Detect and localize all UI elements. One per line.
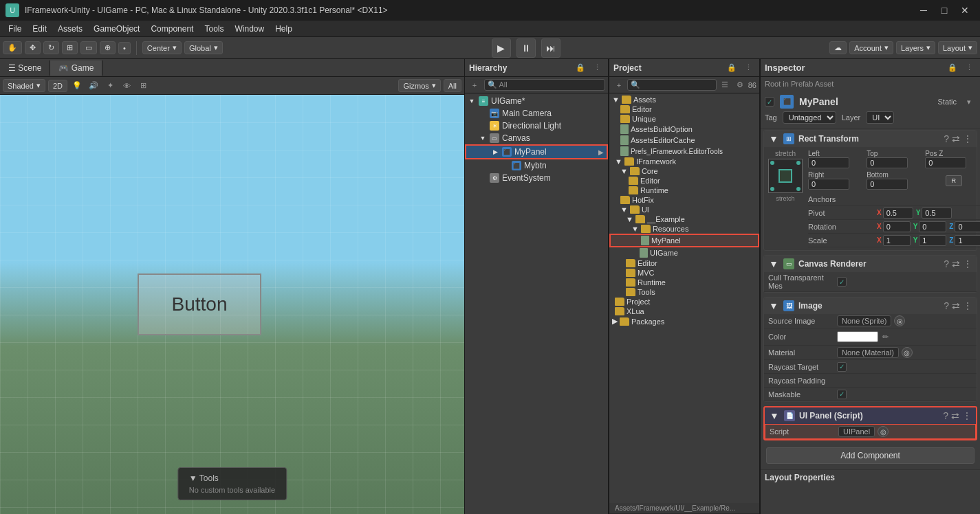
proj-core-runtime[interactable]: Runtime [609, 186, 759, 195]
hierarchy-search[interactable]: 🔍 All [488, 80, 508, 89]
menu-assets[interactable]: Assets [52, 23, 88, 35]
project-lock-btn[interactable]: 🔒 [725, 61, 739, 75]
hier-item-dirlight[interactable]: ☀ Directional Light [465, 120, 608, 132]
hier-item-mybtn[interactable]: ⬛ Mybtn [465, 159, 608, 172]
scale-tool[interactable]: ⊞ [62, 41, 78, 54]
gameobject-active-checkbox[interactable] [765, 97, 774, 107]
rect-transform-settings[interactable]: ⇄ [952, 133, 960, 144]
play-button[interactable]: ▶ [492, 38, 511, 58]
maximize-button[interactable]: □ [935, 1, 954, 20]
proj-unique[interactable]: Unique [609, 114, 759, 124]
effects-btn[interactable]: ✦ [103, 79, 117, 93]
gizmos-dropdown[interactable]: Gizmos ▾ [398, 79, 440, 92]
hier-item-uigame[interactable]: ▼ ≡ UIGame* [465, 95, 608, 107]
minimize-button[interactable]: ─ [914, 1, 933, 20]
layer-select[interactable]: UI [866, 111, 894, 124]
tag-select[interactable]: Untagged [783, 111, 836, 124]
proj-hotfix[interactable]: HotFix [609, 195, 759, 205]
close-button[interactable]: ✕ [955, 1, 974, 20]
project-settings-btn[interactable]: ⚙ [733, 78, 747, 92]
hier-item-canvas[interactable]: ▼ ▭ Canvas [465, 132, 608, 144]
hier-item-mypanel[interactable]: ▶ ⬛ MyPanel ▶ [465, 144, 608, 159]
material-picker[interactable]: ◎ [902, 347, 913, 358]
proj-project[interactable]: Project [609, 297, 759, 306]
transform-tool[interactable]: ⊕ [100, 41, 116, 54]
color-eyedropper[interactable]: ✏ [878, 330, 892, 344]
step-button[interactable]: ⏭ [541, 38, 560, 58]
scale-z-input[interactable] [955, 235, 980, 246]
canvas-renderer-settings[interactable]: ⇄ [952, 258, 960, 269]
proj-assetseditorcache[interactable]: AssetsEditorCache [609, 135, 759, 146]
hier-item-maincamera[interactable]: 📷 Main Camera [465, 107, 608, 120]
static-dropdown[interactable]: ▾ [962, 95, 976, 109]
canvas-renderer-menu[interactable]: ⋮ [963, 258, 972, 269]
cull-checkbox[interactable] [837, 277, 847, 287]
rot-z-input[interactable] [955, 221, 980, 232]
image-menu[interactable]: ⋮ [963, 300, 972, 311]
proj-mypanel[interactable]: MyPanel [609, 234, 759, 247]
project-view-btn[interactable]: ☰ [718, 78, 732, 92]
menu-tools[interactable]: Tools [199, 23, 229, 35]
2d-button[interactable]: 2D [48, 80, 67, 92]
ui-panel-script-header[interactable]: ▼ 📄 UI Panel (Script) ? ⇄ ⋮ [765, 407, 976, 424]
image-header[interactable]: ▼ 🖼 Image ? ⇄ ⋮ [764, 298, 977, 314]
hierarchy-add-btn[interactable]: + [468, 78, 481, 92]
proj-iframework[interactable]: ▼ IFramework [609, 157, 759, 166]
hidden-objects-btn[interactable]: 👁 [120, 79, 133, 93]
tab-scene[interactable]: ☰ Scene [0, 60, 50, 76]
color-swatch[interactable] [837, 331, 878, 342]
sound-btn[interactable]: 🔊 [87, 79, 100, 93]
dot-tool[interactable]: • [118, 42, 131, 54]
menu-edit[interactable]: Edit [27, 23, 52, 35]
proj-assets[interactable]: ▼ Assets [609, 95, 759, 104]
inspector-menu-btn[interactable]: ⋮ [962, 61, 976, 75]
lighting-btn[interactable]: 💡 [70, 79, 84, 93]
proj-prefs[interactable]: Prefs_IFramework.EditorTools [609, 146, 759, 157]
scene-viewport[interactable]: Button ▼ Tools No custom tools available [0, 95, 464, 514]
proj-xlua[interactable]: XLua [609, 306, 759, 316]
hier-item-eventsystem[interactable]: ⚙ EventSystem [465, 172, 608, 184]
rotate-tool[interactable]: ↻ [43, 41, 59, 54]
rt-right-input[interactable] [808, 179, 849, 190]
add-component-button[interactable]: Add Component [766, 447, 974, 464]
tab-game[interactable]: 🎮 Game [50, 60, 102, 76]
pivot-x-input[interactable] [883, 208, 913, 219]
ui-panel-help[interactable]: ? [943, 410, 948, 421]
rt-left-input[interactable] [808, 157, 849, 168]
pivot-y-input[interactable] [922, 208, 952, 219]
menu-component[interactable]: Component [145, 23, 199, 35]
menu-help[interactable]: Help [270, 23, 298, 35]
rot-y-input[interactable] [919, 221, 946, 232]
rect-transform-header[interactable]: ▼ ⊞ Rect Transform ? ⇄ ⋮ [764, 131, 977, 147]
ui-panel-settings[interactable]: ⇄ [951, 410, 959, 421]
source-image-picker[interactable]: ◎ [894, 315, 905, 326]
rect-transform-help[interactable]: ? [944, 133, 949, 144]
project-add-btn[interactable]: + [612, 78, 626, 92]
script-picker[interactable]: ◎ [878, 426, 889, 437]
proj-core[interactable]: ▼ Core [609, 166, 759, 176]
search-dropdown[interactable]: All [444, 79, 461, 92]
menu-file[interactable]: File [3, 23, 27, 35]
canvas-renderer-help[interactable]: ? [944, 258, 949, 269]
hierarchy-menu-btn[interactable]: ⋮ [590, 61, 604, 75]
proj-mvc[interactable]: MVC [609, 268, 759, 278]
wireframe-btn[interactable]: ⊞ [136, 79, 150, 93]
proj-editor[interactable]: Editor [609, 104, 759, 114]
proj-ui-editor[interactable]: Editor [609, 258, 759, 268]
raycast-target-checkbox[interactable] [837, 362, 847, 372]
center-dropdown[interactable]: Center ▾ [142, 41, 182, 54]
project-search[interactable]: 🔍 [631, 80, 640, 89]
proj-ui[interactable]: ▼ UI [609, 205, 759, 214]
cloud-btn[interactable]: ☁ [829, 41, 847, 54]
image-help[interactable]: ? [944, 300, 949, 311]
rt-bottom-input[interactable] [867, 179, 908, 190]
scale-x-input[interactable] [883, 235, 911, 246]
proj-runtime[interactable]: Runtime [609, 278, 759, 287]
menu-window[interactable]: Window [229, 23, 270, 35]
ui-panel-menu[interactable]: ⋮ [962, 410, 972, 421]
rt-top-input[interactable] [867, 157, 908, 168]
inspector-lock-btn[interactable]: 🔒 [946, 61, 959, 75]
account-dropdown[interactable]: Account ▾ [849, 41, 893, 54]
rt-posz-input[interactable] [925, 157, 966, 168]
pause-button[interactable]: ⏸ [516, 38, 536, 58]
